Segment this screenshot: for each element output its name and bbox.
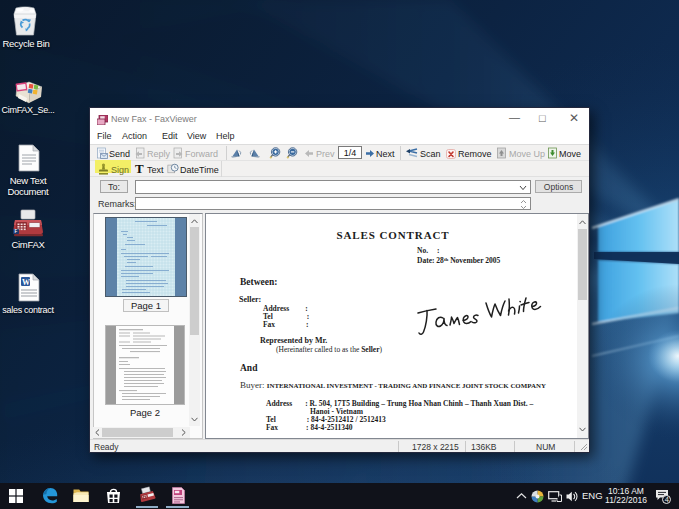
svg-text:W: W [22, 278, 30, 287]
svg-text:F: F [14, 229, 17, 234]
svg-text:4: 4 [665, 495, 669, 504]
